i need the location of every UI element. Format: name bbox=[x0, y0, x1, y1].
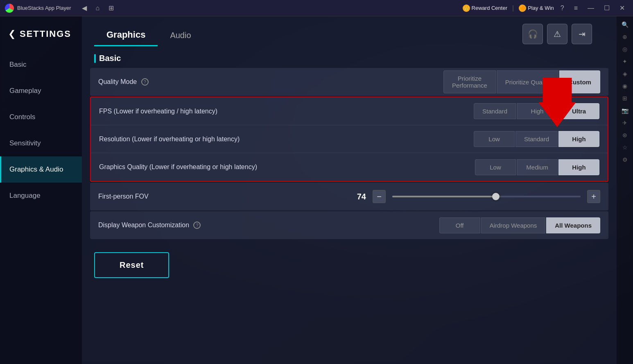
resolution-low[interactable]: Low bbox=[474, 131, 515, 147]
headset-icon-button[interactable]: 🎧 bbox=[522, 24, 543, 44]
quality-mode-label: Quality Mode ? bbox=[98, 78, 443, 86]
scroll-icon-1[interactable]: 🔍 bbox=[620, 20, 630, 29]
quality-mode-prioritize-quality[interactable]: Prioritize Quality bbox=[497, 70, 558, 93]
graphics-quality-high[interactable]: High bbox=[558, 159, 599, 175]
quality-mode-prioritize-performance[interactable]: PrioritizePerformance bbox=[443, 70, 496, 93]
fov-value: 74 bbox=[350, 192, 366, 201]
weapon-customization-help-icon[interactable]: ? bbox=[193, 222, 201, 229]
nav-home-button[interactable]: ⌂ bbox=[93, 3, 102, 13]
tab-audio-label: Audio bbox=[170, 31, 191, 40]
fov-label: First-person FOV bbox=[98, 193, 343, 200]
fov-slider-thumb[interactable] bbox=[492, 193, 500, 200]
scroll-icon-10[interactable]: ⊛ bbox=[620, 130, 630, 140]
fps-high[interactable]: High bbox=[517, 103, 558, 119]
graphics-quality-row: Graphics Quality (Lower if overheating o… bbox=[91, 153, 608, 181]
scroll-icon-6[interactable]: ◉ bbox=[620, 81, 630, 91]
scroll-icon-4[interactable]: ✦ bbox=[620, 57, 630, 66]
export-icon-button[interactable]: ⇥ bbox=[572, 24, 592, 44]
graphics-quality-label: Graphics Quality (Lower if overheating o… bbox=[99, 163, 475, 171]
scroll-icon-12[interactable]: ⚙ bbox=[620, 155, 630, 165]
weapon-customization-row: Display Weapon Customization ? Off Airdr… bbox=[90, 211, 608, 239]
weapon-customization-off[interactable]: Off bbox=[439, 217, 480, 233]
play-n-win-button[interactable]: 🟠 Play & Win bbox=[519, 5, 554, 12]
maximize-button[interactable]: ☐ bbox=[601, 3, 613, 13]
main-area: ❮ SETTINGS Basic Gameplay Controls Sensi… bbox=[0, 16, 633, 364]
scroll-icon-11[interactable]: ☆ bbox=[620, 142, 630, 152]
section-basic-label: Basic bbox=[99, 54, 121, 63]
settings-label: SETTINGS bbox=[20, 29, 71, 39]
settings-title: ❮ SETTINGS bbox=[0, 25, 82, 52]
resolution-options: Low Standard High bbox=[474, 131, 599, 147]
titlebar-right: 👑 Reward Center | 🟠 Play & Win ? ≡ — ☐ ✕ bbox=[463, 3, 628, 13]
menu-button[interactable]: ≡ bbox=[571, 4, 581, 13]
alert-icon-button[interactable]: ⚠ bbox=[547, 24, 567, 44]
sidebar-item-sensitivity[interactable]: Sensitivity bbox=[0, 130, 82, 156]
scroll-icon-5[interactable]: ◈ bbox=[620, 69, 630, 79]
resolution-label: Resolution (Lower if overheating or high… bbox=[99, 136, 474, 143]
titlebar: BlueStacks App Player ◀ ⌂ ⊞ 👑 Reward Cen… bbox=[0, 0, 633, 16]
sidebar-language-label: Language bbox=[9, 192, 41, 199]
quality-mode-options: PrioritizePerformance Prioritize Quality… bbox=[443, 70, 600, 93]
scroll-icon-8[interactable]: 📷 bbox=[620, 106, 630, 115]
fps-standard[interactable]: Standard bbox=[474, 103, 516, 119]
highlighted-settings-group: FPS (Lower if overheating / high latency… bbox=[90, 97, 608, 182]
sidebar-sensitivity-label: Sensitivity bbox=[9, 139, 41, 147]
fps-label: FPS (Lower if overheating / high latency… bbox=[99, 108, 474, 115]
weapon-customization-options: Off Airdrop Weapons All Weapons bbox=[439, 217, 600, 233]
scroll-icon-9[interactable]: ✈ bbox=[620, 118, 630, 128]
graphics-quality-low[interactable]: Low bbox=[475, 159, 516, 175]
quality-mode-custom[interactable]: Custom bbox=[559, 70, 600, 93]
reward-center-label: Reward Center bbox=[472, 5, 507, 11]
graphics-quality-options: Low Medium High bbox=[475, 159, 599, 175]
close-button[interactable]: ✕ bbox=[616, 3, 628, 13]
fps-ultra[interactable]: Ultra bbox=[558, 103, 599, 119]
top-right-icons: 🎧 ⚠ ⇥ bbox=[522, 24, 592, 44]
playnwin-icon: 🟠 bbox=[519, 5, 526, 12]
separator: | bbox=[512, 5, 514, 12]
sidebar-item-graphics-audio[interactable]: Graphics & Audio bbox=[0, 156, 82, 183]
minimize-button[interactable]: — bbox=[584, 4, 597, 13]
content-area: 🎧 ⚠ ⇥ Graphics Audio Bas bbox=[82, 16, 617, 364]
app-name: BlueStacks App Player bbox=[17, 5, 71, 11]
fov-row: First-person FOV 74 − + bbox=[90, 183, 608, 210]
resolution-standard[interactable]: Standard bbox=[515, 131, 558, 147]
fov-plus-button[interactable]: + bbox=[587, 190, 600, 203]
weapon-customization-all[interactable]: All Weapons bbox=[546, 217, 600, 233]
scroll-icon-2[interactable]: ⊕ bbox=[620, 32, 630, 42]
quality-mode-row: Quality Mode ? PrioritizePerformance Pri… bbox=[90, 68, 608, 96]
fov-slider-track[interactable] bbox=[392, 196, 581, 197]
fps-row: FPS (Lower if overheating / high latency… bbox=[91, 97, 608, 125]
help-button[interactable]: ? bbox=[557, 4, 567, 13]
play-n-win-label: Play & Win bbox=[528, 5, 554, 11]
section-basic-title: Basic bbox=[82, 46, 617, 67]
weapon-customization-label: Display Weapon Customization ? bbox=[98, 222, 439, 229]
sidebar-item-language[interactable]: Language bbox=[0, 183, 82, 209]
sidebar-item-controls[interactable]: Controls bbox=[0, 104, 82, 130]
tab-audio[interactable]: Audio bbox=[158, 26, 203, 46]
tab-graphics-label: Graphics bbox=[106, 29, 145, 40]
titlebar-nav: ◀ ⌂ ⊞ bbox=[79, 3, 117, 13]
sidebar-item-basic[interactable]: Basic bbox=[0, 52, 82, 78]
reset-button[interactable]: Reset bbox=[94, 252, 169, 278]
fov-slider-fill bbox=[392, 196, 496, 197]
sidebar: ❮ SETTINGS Basic Gameplay Controls Sensi… bbox=[0, 16, 82, 364]
nav-grid-button[interactable]: ⊞ bbox=[106, 3, 116, 13]
bluestacks-logo bbox=[5, 4, 14, 13]
scroll-icon-3[interactable]: ◎ bbox=[620, 44, 630, 54]
sidebar-graphics-audio-label: Graphics & Audio bbox=[9, 165, 63, 173]
settings-back-button[interactable]: ❮ bbox=[8, 29, 16, 39]
fov-minus-button[interactable]: − bbox=[373, 190, 386, 203]
sidebar-controls-label: Controls bbox=[9, 113, 35, 121]
weapon-customization-airdrop[interactable]: Airdrop Weapons bbox=[481, 217, 546, 233]
fps-options: Standard High Ultra bbox=[474, 103, 599, 119]
resolution-high[interactable]: High bbox=[558, 131, 599, 147]
tab-graphics[interactable]: Graphics bbox=[94, 25, 158, 46]
sidebar-item-gameplay[interactable]: Gameplay bbox=[0, 78, 82, 104]
graphics-quality-medium[interactable]: Medium bbox=[517, 159, 558, 175]
reward-center-button[interactable]: 👑 Reward Center bbox=[463, 5, 507, 12]
sidebar-gameplay-label: Gameplay bbox=[9, 87, 41, 95]
scroll-icon-7[interactable]: ⊞ bbox=[620, 93, 630, 103]
nav-back-button[interactable]: ◀ bbox=[79, 3, 89, 13]
sidebar-basic-label: Basic bbox=[9, 61, 27, 68]
quality-mode-help-icon[interactable]: ? bbox=[141, 78, 149, 86]
